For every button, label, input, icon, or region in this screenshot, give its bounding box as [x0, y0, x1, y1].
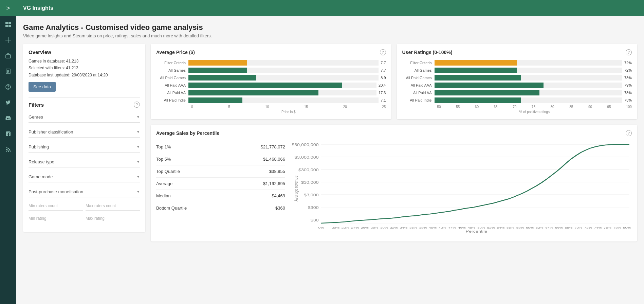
sidebar-item-discord[interactable] [0, 111, 16, 126]
sidebar-item-add[interactable] [0, 33, 16, 48]
svg-text:74%: 74% [594, 226, 602, 229]
svg-text:$30,000,000: $30,000,000 [292, 143, 319, 147]
genres-arrow-icon: ▼ [136, 115, 140, 119]
svg-text:$3,000: $3,000 [304, 193, 319, 197]
avg-price-axis: 0510152025 [156, 105, 386, 109]
min-rating-input[interactable] [29, 214, 83, 223]
overview-stat-3: Database last updated: 29/03/2020 at 14:… [29, 72, 140, 78]
min-raters-input[interactable] [29, 201, 83, 211]
svg-point-12 [8, 88, 8, 89]
svg-text:20%: 20% [332, 226, 339, 229]
svg-text:78%: 78% [613, 226, 621, 229]
svg-text:60%: 60% [526, 226, 534, 229]
sidebar-item-help[interactable] [0, 79, 16, 94]
sales-layout: Top 1% $21,778,072 Top 5% $1,468,066 Top… [156, 141, 632, 236]
bar-row-all-paid-aaa-rating: All Paid AAA 79% [402, 83, 632, 88]
see-data-button[interactable]: See data [29, 82, 56, 92]
percentile-svg: $30,000,000 $3,000,000 $300,000 $30,000 … [292, 141, 632, 233]
genres-dropdown[interactable]: Genres ▼ [29, 112, 140, 123]
user-ratings-axis-label: % of positive ratings [402, 110, 632, 114]
publisher-classification-label: Publisher classification [29, 129, 73, 135]
publishing-dropdown[interactable]: Publishing ▼ [29, 142, 140, 153]
overview-title: Overview [29, 49, 140, 55]
svg-text:80%: 80% [623, 226, 631, 229]
sidebar-item-facebook[interactable] [0, 126, 16, 141]
post-purchase-dropdown[interactable]: Post-purchase monetisation ▼ [29, 186, 140, 197]
sidebar-item-rss[interactable] [0, 142, 16, 157]
game-mode-dropdown[interactable]: Game mode ▼ [29, 172, 140, 182]
svg-text:66%: 66% [555, 226, 563, 229]
overview-section: Overview Games in database: 41,213 Selec… [29, 49, 140, 92]
divider-1 [29, 97, 140, 97]
svg-text:50%: 50% [477, 226, 485, 229]
sales-row-top1: Top 1% $21,778,072 [156, 141, 285, 153]
sidebar-item-grid[interactable] [0, 17, 16, 32]
filters-header: Filters ? [29, 102, 140, 108]
bar-row-filter-criteria-rating: Filter Criteria 72% [402, 60, 632, 66]
charts-area: Average Price ($) ? Filter Criteria 7.7 [151, 44, 637, 242]
sales-row-top-quartile: Top Quartile $38,955 [156, 165, 285, 178]
svg-text:38%: 38% [419, 226, 427, 229]
svg-rect-6 [6, 55, 11, 58]
user-ratings-chart-card: User Ratings (0-100%) ? .ratings-track {… [397, 44, 638, 119]
page-title: Game Analytics - Customised video game a… [23, 23, 637, 32]
svg-text:70%: 70% [574, 226, 582, 229]
avg-price-help-icon[interactable]: ? [380, 49, 386, 55]
user-ratings-chart-title: User Ratings (0-100%) [402, 50, 453, 55]
svg-text:42%: 42% [439, 226, 446, 229]
post-purchase-label: Post-purchase monetisation [29, 189, 83, 194]
svg-point-13 [6, 151, 7, 152]
publisher-classification-dropdown[interactable]: Publisher classification ▼ [29, 127, 140, 138]
max-raters-input[interactable] [86, 201, 140, 211]
bar-row-filter-criteria-price: Filter Criteria 7.7 [156, 60, 386, 66]
avg-price-chart-title: Average Price ($) [156, 50, 195, 55]
svg-rect-3 [8, 25, 11, 27]
svg-text:$3,000,000: $3,000,000 [294, 156, 319, 159]
svg-text:28%: 28% [371, 226, 379, 229]
avg-sales-help-icon[interactable]: ? [626, 130, 632, 136]
main-layout: Overview Games in database: 41,213 Selec… [23, 44, 637, 242]
game-mode-arrow-icon: ▼ [136, 175, 140, 179]
svg-rect-2 [5, 25, 8, 27]
svg-text:0%: 0% [318, 226, 324, 229]
sidebar-item-docs[interactable] [0, 64, 16, 79]
sales-row-bottom-quartile: Bottom Quartile $360 [156, 202, 285, 214]
publishing-arrow-icon: ▼ [136, 145, 140, 149]
svg-text:30%: 30% [380, 226, 388, 229]
bar-row-all-paid-aaa-price: All Paid AAA 20.4 [156, 83, 386, 88]
bar-row-all-paid-games-price: All Paid Games 8.9 [156, 75, 386, 81]
svg-text:56%: 56% [507, 226, 514, 229]
release-type-dropdown[interactable]: Release type ▼ [29, 157, 140, 167]
svg-text:36%: 36% [409, 226, 417, 229]
top-charts-row: Average Price ($) ? Filter Criteria 7.7 [151, 44, 637, 119]
filters-panel: Overview Games in database: 41,213 Selec… [23, 44, 145, 232]
user-ratings-bar-chart: .ratings-track { position: relative; fle… [402, 60, 632, 114]
svg-text:24%: 24% [351, 226, 359, 229]
bar-row-all-paid-indie-rating: All Paid Indie 73% [402, 97, 632, 103]
sidebar-item-twitter[interactable] [0, 95, 16, 110]
publishing-label: Publishing [29, 144, 49, 149]
main-area: VG Insights Game Analytics - Customised … [16, 0, 644, 304]
sales-row-average: Average $1,192,695 [156, 178, 285, 190]
svg-text:Average revenue: Average revenue [293, 176, 299, 201]
bar-row-all-paid-indie-price: All Paid Indie 7.1 [156, 97, 386, 103]
avg-price-chart-header: Average Price ($) ? [156, 49, 386, 55]
svg-text:76%: 76% [604, 226, 611, 229]
svg-text:46%: 46% [458, 226, 466, 229]
sidebar: > [0, 0, 16, 304]
avg-sales-card: Average Sales by Percentile ? Top 1% $21… [151, 125, 637, 242]
filters-help-icon[interactable]: ? [134, 102, 140, 108]
expand-icon: > [6, 5, 10, 12]
overview-stat-1: Games in database: 41,213 [29, 58, 140, 65]
sidebar-item-briefcase[interactable] [0, 48, 16, 63]
sidebar-logo[interactable]: > [0, 0, 16, 16]
svg-rect-5 [5, 40, 11, 40]
sales-table: Top 1% $21,778,072 Top 5% $1,468,066 Top… [156, 141, 285, 236]
max-rating-input[interactable] [86, 214, 140, 223]
bar-row-all-games-rating: All Games 72% [402, 68, 632, 73]
overview-stat-2: Selected with filters: 41,213 [29, 65, 140, 71]
user-ratings-help-icon[interactable]: ? [626, 49, 632, 55]
rating-inputs [29, 214, 140, 223]
svg-text:$30,000: $30,000 [301, 181, 319, 184]
content: Game Analytics - Customised video game a… [16, 16, 644, 304]
